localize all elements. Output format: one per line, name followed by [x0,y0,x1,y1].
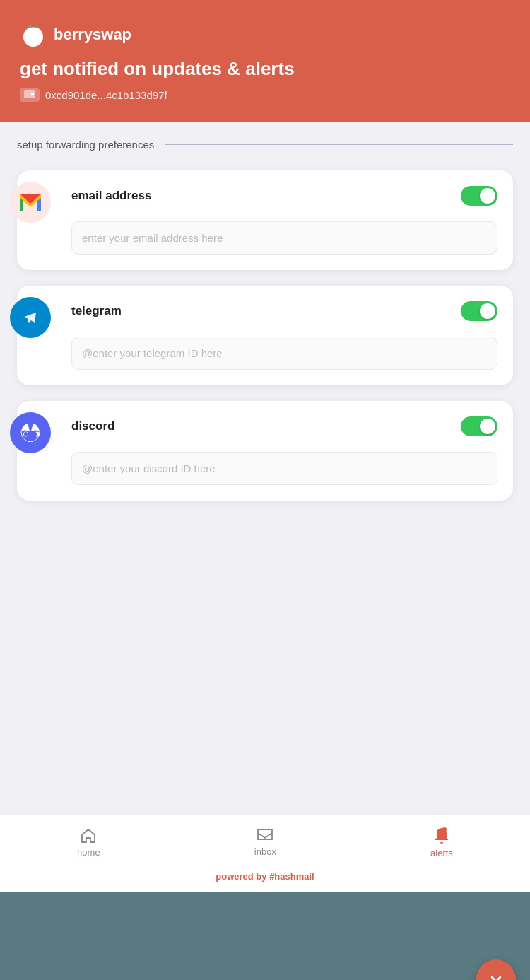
telegram-card: telegram [17,286,513,385]
wallet-address-text: 0xcd901de...4c1b133d97f [45,89,167,101]
header-title: get notified on updates & alerts [20,58,510,80]
fab-scroll-down[interactable] [476,959,516,980]
dark-background-area [0,892,530,980]
discord-toggle[interactable] [461,416,497,436]
email-card-header: email address [71,186,497,206]
discord-input[interactable] [71,452,497,485]
main-content: setup forwarding preferences email addre… [0,122,530,892]
berry-logo-icon [20,21,47,48]
section-divider [165,144,513,145]
discord-card-inner: discord [71,416,497,485]
section-header: setup forwarding preferences [17,139,513,151]
alerts-icon [434,827,449,845]
telegram-card-title: telegram [71,304,122,318]
bottom-nav: home inbox alerts [0,815,530,864]
telegram-card-header: telegram [71,301,497,321]
nav-inbox[interactable]: inbox [254,828,276,857]
email-input[interactable] [71,221,497,255]
wallet-address: 0xcd901de...4c1b133d97f [20,88,510,102]
telegram-icon [10,297,51,338]
svg-rect-4 [31,93,34,95]
header: berryswap get notified on updates & aler… [0,0,530,122]
nav-home[interactable]: home [77,827,100,858]
svg-point-7 [442,827,447,832]
brand-row: berryswap [20,21,510,48]
inbox-icon [257,828,273,844]
email-card-inner: email address [71,186,497,255]
telegram-card-inner: telegram [71,301,497,370]
section-title: setup forwarding preferences [17,139,154,151]
main-panel: setup forwarding preferences email addre… [0,122,530,815]
home-icon [80,827,97,844]
wallet-icon [20,88,40,102]
discord-card-title: discord [71,419,114,433]
powered-by-text: powered by [216,871,269,882]
nav-alerts[interactable]: alerts [430,827,453,858]
hashmail-brand: #hashmail [269,871,314,882]
alerts-nav-label: alerts [430,848,453,858]
powered-by-footer: powered by #hashmail [0,864,530,892]
home-nav-label: home [77,847,100,858]
chevron-down-icon [488,972,504,980]
discord-card: discord [17,401,513,501]
email-card-title: email address [71,189,151,203]
email-card: email address [17,170,513,270]
inbox-nav-label: inbox [254,846,276,857]
telegram-input[interactable] [71,337,497,370]
telegram-toggle[interactable] [461,301,497,321]
svg-point-5 [24,432,28,436]
svg-point-2 [26,30,40,45]
brand-name: berryswap [54,25,131,44]
email-toggle[interactable] [461,186,497,206]
svg-point-6 [33,432,37,436]
discord-icon [10,412,51,453]
discord-card-header: discord [71,416,497,436]
gmail-icon [10,182,51,223]
